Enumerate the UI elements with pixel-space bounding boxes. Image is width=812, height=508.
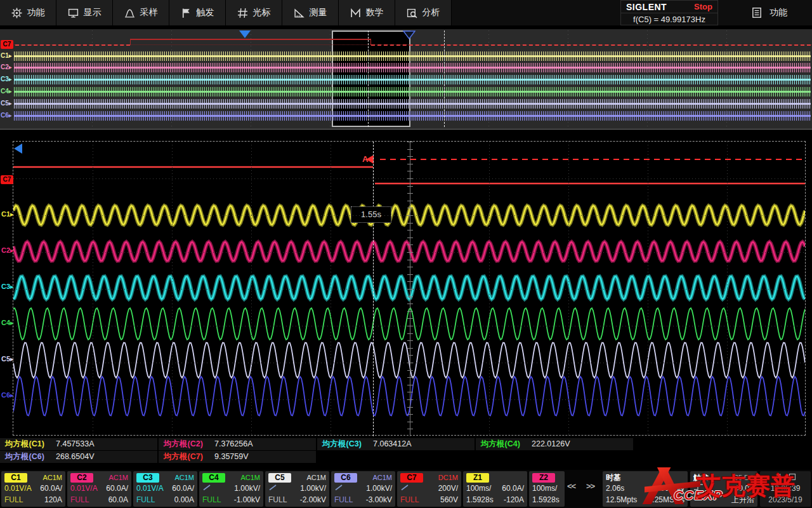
channel-badge-c7[interactable]: C7 — [400, 473, 423, 483]
menu-cursors[interactable]: 光标 — [226, 0, 282, 25]
descriptor-header: C1AC1M — [1, 471, 65, 483]
trigger-descriptor[interactable]: 触发C5 DC 40.0V 上升沿 — [690, 471, 757, 507]
channel-descriptor-c3[interactable]: C3AC1M0.01V/A60.0A/FULL0.00A — [133, 471, 197, 507]
channel-label-c2[interactable]: C2▸ — [1, 246, 14, 255]
overview-cursor-line[interactable] — [368, 30, 369, 127]
zoom-delay-marker[interactable] — [403, 30, 416, 39]
overview-trace-core-c3 — [14, 79, 811, 81]
menu-function-right[interactable]: 功能 — [727, 0, 812, 25]
acquisition-status-badge[interactable]: Stop — [694, 2, 712, 11]
trigger-level-marker-label[interactable]: A — [362, 154, 368, 164]
measurement-cell-1[interactable]: 均方根(C2)7.376256A — [159, 438, 316, 450]
menu-cursors-label: 光标 — [253, 7, 271, 18]
history-prev-button[interactable]: << — [567, 481, 575, 491]
measurement-cell-4[interactable]: 均方根(C6)268.6504V — [0, 451, 157, 463]
menu-analysis[interactable]: 分析 — [395, 0, 452, 25]
overview-trace-core-c2 — [14, 67, 811, 69]
offset-value: 60.0A — [108, 494, 128, 505]
measurement-value: 7.457533A — [56, 438, 94, 450]
channel-descriptor-c7[interactable]: C7DC1M200V/FULL560V — [397, 471, 461, 507]
channel-label-c5[interactable]: C5▸ — [1, 355, 14, 363]
channel-badge-c5[interactable]: C5 — [268, 473, 291, 483]
descriptor-scale-row: 1.00kV/ — [265, 483, 329, 494]
offset-value: -120A — [504, 494, 524, 505]
offset-value: 120A — [44, 494, 62, 505]
coupling-label: AC1M — [372, 474, 392, 481]
display-icon — [68, 8, 79, 18]
menu-measure[interactable]: 测量 — [282, 0, 339, 25]
channel-badge-c4[interactable]: C4 — [202, 473, 225, 483]
trigger-position-marker[interactable] — [239, 30, 251, 38]
clock-panel: 10:05:39 2023/5/19 — [760, 471, 811, 507]
channel-badge-c1[interactable]: C1 — [4, 473, 27, 483]
trigger-edge-icon — [693, 483, 704, 494]
overview-trace-core-c1 — [14, 55, 811, 57]
menu-math[interactable]: 数学 — [339, 0, 395, 25]
channel-badge-c6[interactable]: C6 — [334, 473, 357, 483]
offset-value: 0.00A — [174, 494, 194, 505]
probe-slash-icon — [400, 483, 409, 494]
history-next-button[interactable]: >> — [586, 481, 594, 491]
channel-descriptor-c1[interactable]: C1AC1M0.01V/A60.0A/FULL120A — [1, 471, 65, 507]
channel-badge-c7[interactable]: C7 — [1, 175, 13, 184]
channel-descriptor-c2[interactable]: C2AC1M0.01V/A60.0A/FULL60.0A — [67, 471, 131, 507]
channel-descriptor-c6[interactable]: C6AC1M1.00kV/FULL-3.00kV — [331, 471, 395, 507]
overview-cursor-line[interactable] — [444, 30, 445, 127]
channel-descriptor-z1[interactable]: Z1100ms/60.0A/1.5928s-120A — [463, 471, 527, 507]
channel-descriptor-c4[interactable]: C4AC1M1.00kV/FULL-1.00kV — [199, 471, 263, 507]
measurement-cell-2[interactable]: 均方根(C3)7.063412A — [317, 438, 475, 450]
descriptor-header: C6AC1M — [331, 471, 395, 483]
channel-label-c4[interactable]: C4▸ — [1, 319, 14, 327]
measurement-cell-0[interactable]: 均方根(C1)7.457533A — [0, 438, 157, 450]
menu-display[interactable]: 显示 — [56, 0, 113, 25]
menu-acquire[interactable]: 采样 — [113, 0, 169, 25]
bandwidth-label: FULL — [70, 494, 89, 505]
overview-trace-c7-edge — [130, 39, 131, 45]
volts-per-div: 1.00kV/ — [234, 483, 260, 494]
overview-trace-c7-low — [371, 44, 811, 46]
channel-descriptor-c5[interactable]: C5AC1M1.00kV/FULL-2.00kV — [265, 471, 329, 507]
timebase-memdepth: 12.5Mpts — [606, 494, 637, 505]
menu-trigger[interactable]: 触发 — [169, 0, 226, 25]
descriptor-scale-row: 200V/ — [397, 483, 461, 494]
overview-channel-badge-c7: C7 — [1, 40, 13, 49]
menu-function[interactable]: 功能 — [0, 0, 56, 25]
descriptor-header: Z1 — [463, 471, 527, 483]
overview-trace-core-c6 — [14, 115, 811, 117]
measurement-cell-5[interactable]: 均方根(C7)9.35759V — [159, 451, 316, 463]
measurement-cell-3[interactable]: 均方根(C4)222.0126V — [476, 438, 633, 450]
channel-label-c1[interactable]: C1▸ — [1, 210, 14, 218]
measure-icon — [294, 8, 304, 18]
descriptor-header: C7DC1M — [397, 471, 461, 483]
menu-acquire-label: 采样 — [140, 7, 158, 18]
bandwidth-label: 1.5928s — [532, 494, 560, 505]
trigger-level: 40.0V — [735, 483, 754, 494]
volts-per-div: 200V/ — [438, 483, 458, 494]
status-panel: SIGLENT Stop f(C5) = 49.99173Hz — [620, 0, 718, 25]
channel-badge-c2[interactable]: C2 — [70, 473, 93, 483]
timebase-title: 时基 — [606, 472, 621, 483]
descriptor-header: C2AC1M — [67, 471, 131, 483]
descriptor-header: C4AC1M — [199, 471, 263, 483]
channel-badge-z2[interactable]: Z2 — [532, 473, 555, 483]
channel-label-c6[interactable]: C6▸ — [1, 391, 14, 399]
descriptor-header: C3AC1M — [133, 471, 197, 483]
measurement-label: 均方根(C6) — [5, 451, 44, 463]
bandwidth-label: FULL — [400, 494, 419, 505]
bandwidth-label: FULL — [334, 494, 353, 505]
trigger-title: 触发 — [693, 472, 709, 483]
timebase-descriptor[interactable]: 时基 2.06s1.00s/div 12.5Mpts1.25MSa/s — [603, 471, 688, 507]
measurement-value: 222.0126V — [532, 438, 570, 450]
descriptor-offset-row: FULL-1.00kV — [199, 494, 263, 505]
descriptor-offset-row: 1.5928s-120A — [463, 494, 527, 505]
menu-math-label: 数学 — [366, 7, 384, 18]
channel-descriptor-z2[interactable]: Z2100ms/1.5928s — [529, 471, 565, 507]
trigger-time-marker[interactable] — [14, 144, 22, 154]
channel-badge-c3[interactable]: C3 — [136, 473, 159, 483]
overview-trace-c3 — [14, 75, 811, 84]
channel-badge-z1[interactable]: Z1 — [466, 473, 489, 483]
volts-per-div: 60.0A/ — [40, 483, 62, 494]
channel-label-c3[interactable]: C3▸ — [1, 283, 14, 291]
timebase-delay: 2.06s — [606, 483, 624, 494]
descriptor-scale-row: 100ms/60.0A/ — [463, 483, 527, 494]
